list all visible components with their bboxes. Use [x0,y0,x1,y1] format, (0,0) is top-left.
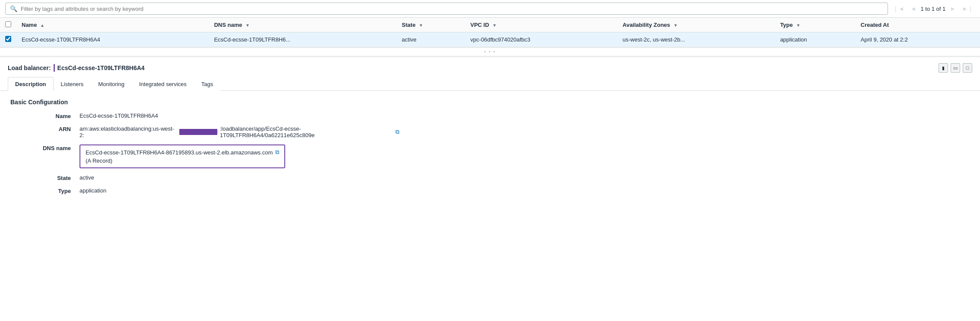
config-dns-label: DNS name [10,144,71,168]
arn-redacted [179,129,217,135]
config-dns-value: EcsCd-ecsse-1T09LTFR8H6A4-867195893.us-w… [80,144,399,168]
row-dns-name: EcsCd-ecsse-1T09LTFR8H6... [209,32,396,47]
toolbar: 🔍 ❘◄ ◄ 1 to 1 of 1 ► ►❘ [0,0,980,18]
tab-listeners[interactable]: Listeners [54,77,91,91]
arn-suffix: :loadbalancer/app/EcsCd-ecsse-1T09LTFR8H… [220,125,392,138]
panel-icon-1[interactable]: ▮ [939,63,948,73]
detail-name: EcsCd-ecsse-1T09LTFR8H6A4 [57,64,145,71]
dns-name-text: EcsCd-ecsse-1T09LTFR8H6A4-867195893.us-w… [86,149,273,156]
row-vpc-id: vpc-06dfbc974020afbc3 [465,32,617,47]
pagination-last-btn[interactable]: ►❘ [960,4,975,13]
col-vpc-id[interactable]: VPC ID ▼ [465,18,617,32]
tab-integrated_services[interactable]: Integrated services [132,77,194,91]
search-icon: 🔍 [10,5,17,12]
pagination: ❘◄ ◄ 1 to 1 of 1 ► ►❘ [891,4,975,13]
pagination-next-btn[interactable]: ► [948,4,958,13]
tab-tags[interactable]: Tags [194,77,220,91]
col-created-at[interactable]: Created At [856,18,980,32]
tab-monitoring[interactable]: Monitoring [91,77,132,91]
tab-description[interactable]: Description [8,77,54,91]
col-az[interactable]: Availability Zones ▼ [617,18,775,32]
config-name-value: EcsCd-ecsse-1T09LTFR8H6A4 [80,112,399,119]
sort-name-icon: ▲ [40,23,45,28]
config-arn-label: ARN [10,125,71,138]
a-record-label: (A Record) [86,157,279,164]
pagination-first-btn[interactable]: ❘◄ [891,4,906,13]
config-state-value: active [80,174,399,181]
col-dns-name[interactable]: DNS name ▼ [209,18,396,32]
row-checkbox-cell[interactable] [0,32,16,47]
sort-state-icon: ▼ [419,23,423,28]
sort-dns-icon: ▼ [245,23,250,28]
pagination-prev-btn[interactable]: ◄ [909,4,918,13]
table-row[interactable]: EcsCd-ecsse-1T09LTFR8H6A4 EcsCd-ecsse-1T… [0,32,980,47]
drag-handle: • • • [0,48,980,56]
detail-title-bar [54,64,55,72]
config-arn-value: arn:aws:elasticloadbalancing:us-west-2: … [80,125,399,138]
dns-link-row: EcsCd-ecsse-1T09LTFR8H6A4-867195893.us-w… [86,149,279,156]
row-az: us-west-2c, us-west-2b... [617,32,775,47]
search-bar: 🔍 [5,3,888,15]
arn-copy-icon[interactable]: ⧉ [395,128,399,135]
tabs-bar: DescriptionListenersMonitoringIntegrated… [0,77,980,91]
select-all-checkbox[interactable] [5,21,11,27]
row-name: EcsCd-ecsse-1T09LTFR8H6A4 [16,32,209,47]
config-type-label: Type [10,187,71,194]
search-input[interactable] [21,6,883,12]
config-name-label: Name [10,112,71,119]
sort-az-icon: ▼ [673,23,678,28]
dns-box: EcsCd-ecsse-1T09LTFR8H6A4-867195893.us-w… [80,144,285,168]
arn-prefix: arn:aws:elasticloadbalancing:us-west-2: [80,125,177,138]
detail-icons: ▮ ▭ □ [939,63,972,73]
panel-icon-3[interactable]: □ [963,63,972,73]
pagination-label: 1 to 1 of 1 [920,6,945,12]
sort-vpc-icon: ▼ [492,23,496,28]
row-checkbox[interactable] [5,36,11,42]
detail-label: Load balancer: [8,64,51,71]
panel-icon-2[interactable]: ▭ [951,63,960,73]
dns-copy-icon[interactable]: ⧉ [275,149,279,156]
config-type-value: application [80,187,399,194]
config-state-label: State [10,174,71,181]
select-all-cell[interactable] [0,18,16,32]
col-type[interactable]: Type ▼ [775,18,855,32]
load-balancer-table: Name ▲ DNS name ▼ State ▼ VPC ID ▼ Avail… [0,18,980,47]
detail-header: Load balancer: EcsCd-ecsse-1T09LTFR8H6A4… [0,57,980,73]
row-created-at: April 9, 2020 at 2:2 [856,32,980,47]
detail-content: Basic Configuration Name EcsCd-ecsse-1T0… [0,91,980,202]
config-table: Name EcsCd-ecsse-1T09LTFR8H6A4 ARN arn:a… [10,112,399,194]
table-header-row: Name ▲ DNS name ▼ State ▼ VPC ID ▼ Avail… [0,18,980,32]
sort-type-icon: ▼ [796,23,800,28]
col-name[interactable]: Name ▲ [16,18,209,32]
col-state[interactable]: State ▼ [397,18,465,32]
detail-title: Load balancer: EcsCd-ecsse-1T09LTFR8H6A4 [8,64,145,72]
table-container: Name ▲ DNS name ▼ State ▼ VPC ID ▼ Avail… [0,18,980,48]
row-type: application [775,32,855,47]
section-title: Basic Configuration [10,99,970,106]
row-state: active [397,32,465,47]
detail-panel: Load balancer: EcsCd-ecsse-1T09LTFR8H6A4… [0,56,980,202]
